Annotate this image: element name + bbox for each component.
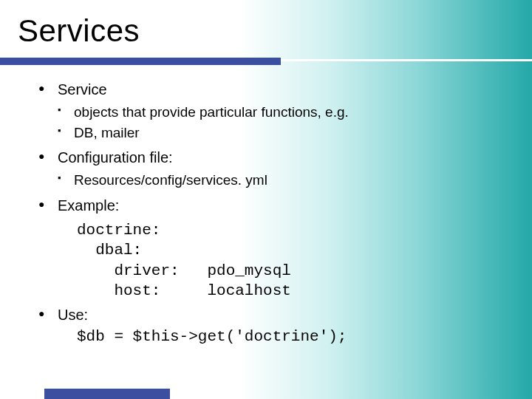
bullet-item: Service objects that provide particular …: [38, 80, 502, 142]
bullet-list: Service objects that provide particular …: [38, 80, 502, 347]
code-block: doctrine: dbal: driver: pdo_mysql host: …: [77, 220, 502, 301]
sub-list: objects that provide particular function…: [58, 103, 502, 142]
code-inline: $db = $this->get('doctrine');: [77, 327, 502, 347]
content: Service objects that provide particular …: [0, 65, 532, 347]
bullet-item: Example: doctrine: dbal: driver: pdo_mys…: [38, 196, 502, 301]
slide: Services Service objects that provide pa…: [0, 0, 532, 399]
bullet-label: Example:: [58, 197, 119, 214]
rule-white: [281, 59, 532, 61]
sub-list: Resources/config/services. yml: [58, 171, 502, 190]
sub-item: Resources/config/services. yml: [58, 171, 502, 190]
rule-blue: [0, 58, 281, 65]
footer-bar: [44, 389, 170, 399]
title-wrap: Services: [0, 0, 532, 49]
title-rule: [0, 58, 532, 65]
slide-title: Services: [18, 13, 532, 49]
bullet-label: Use:: [58, 307, 88, 323]
bullet-label: Configuration file:: [58, 149, 173, 166]
sub-item: objects that provide particular function…: [58, 103, 502, 122]
sub-item: DB, mailer: [58, 123, 502, 143]
bullet-item: Use: $db = $this->get('doctrine');: [38, 305, 502, 347]
bullet-item: Configuration file: Resources/config/ser…: [38, 148, 502, 190]
bullet-label: Service: [58, 81, 107, 98]
